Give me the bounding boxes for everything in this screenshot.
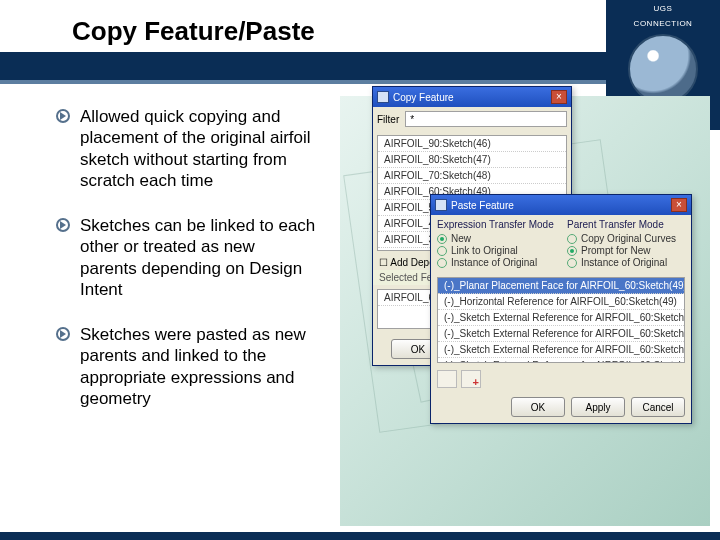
list-item[interactable]: AIRFOIL_80:Sketch(47): [378, 152, 566, 168]
radio-par-copy[interactable]: Copy Original Curves: [567, 233, 685, 244]
reference-list[interactable]: (-)_Planar Placement Face for AIRFOIL_60…: [437, 277, 685, 363]
list-item[interactable]: (-)_Sketch External Reference for AIRFOI…: [438, 326, 684, 342]
radio-label: New: [451, 233, 471, 244]
close-icon[interactable]: ×: [671, 198, 687, 212]
bullet-item: Sketches can be linked to each other or …: [56, 215, 316, 300]
list-item[interactable]: (-)_Horizontal Reference for AIRFOIL_60:…: [438, 294, 684, 310]
bullet-text: Sketches were pasted as new parents and …: [80, 324, 316, 409]
radio-exp-instance[interactable]: Instance of Original: [437, 257, 555, 268]
bullet-icon: [56, 218, 70, 232]
apply-button[interactable]: Apply: [571, 397, 625, 417]
radio-icon: [437, 258, 447, 268]
radio-par-instance[interactable]: Instance of Original: [567, 257, 685, 268]
radio-icon: [567, 246, 577, 256]
list-item[interactable]: (-)_Sketch External Reference for AIRFOI…: [438, 358, 684, 363]
bullet-item: Sketches were pasted as new parents and …: [56, 324, 316, 409]
bullet-text: Allowed quick copying and placement of t…: [80, 106, 316, 191]
expression-mode-col: Expression Transfer Mode New Link to Ori…: [431, 215, 561, 273]
radio-exp-link[interactable]: Link to Original: [437, 245, 555, 256]
dialog-icon: [435, 199, 447, 211]
cancel-button[interactable]: Cancel: [631, 397, 685, 417]
filter-row: Filter: [373, 107, 571, 131]
radio-icon: [567, 258, 577, 268]
logo-line1: UGS: [654, 4, 673, 13]
page-title: Copy Feature/Paste: [72, 16, 315, 47]
close-icon[interactable]: ×: [551, 90, 567, 104]
list-item[interactable]: (-)_Sketch External Reference for AIRFOI…: [438, 342, 684, 358]
expression-mode-label: Expression Transfer Mode: [437, 219, 555, 230]
radio-par-prompt[interactable]: Prompt for New: [567, 245, 685, 256]
radio-label: Copy Original Curves: [581, 233, 676, 244]
radio-label: Instance of Original: [581, 257, 667, 268]
radio-label: Prompt for New: [581, 245, 650, 256]
footer-bar: [0, 532, 720, 540]
bullet-icon: [56, 109, 70, 123]
bullet-list: Allowed quick copying and placement of t…: [56, 106, 316, 409]
list-item[interactable]: (-)_Planar Placement Face for AIRFOIL_60…: [438, 278, 684, 294]
bullet-item: Allowed quick copying and placement of t…: [56, 106, 316, 191]
dialog-title: Copy Feature: [393, 92, 547, 103]
bullet-icon: [56, 327, 70, 341]
list-item[interactable]: AIRFOIL_70:Sketch(48): [378, 168, 566, 184]
filter-input[interactable]: [405, 111, 567, 127]
slide: Copy Feature/Paste UGS CONNECTION AMERIC…: [0, 0, 720, 540]
globe-icon: [628, 34, 698, 104]
list-item[interactable]: AIRFOIL_90:Sketch(46): [378, 136, 566, 152]
tool-icon[interactable]: [437, 370, 457, 388]
filter-label: Filter: [377, 114, 399, 125]
radio-label: Link to Original: [451, 245, 518, 256]
titlebar[interactable]: Paste Feature ×: [431, 195, 691, 215]
radio-exp-new[interactable]: New: [437, 233, 555, 244]
list-item[interactable]: (-)_Sketch External Reference for AIRFOI…: [438, 310, 684, 326]
mode-grid: Expression Transfer Mode New Link to Ori…: [431, 215, 691, 273]
dialog-icon: [377, 91, 389, 103]
parent-mode-label: Parent Transfer Mode: [567, 219, 685, 230]
paste-feature-dialog: Paste Feature × Expression Transfer Mode…: [430, 194, 692, 424]
radio-icon: [437, 234, 447, 244]
titlebar[interactable]: Copy Feature ×: [373, 87, 571, 107]
parent-mode-col: Parent Transfer Mode Copy Original Curve…: [561, 215, 691, 273]
logo-line2: CONNECTION: [634, 19, 693, 28]
button-bar: OK Apply Cancel: [431, 391, 691, 423]
ok-button[interactable]: OK: [511, 397, 565, 417]
tool-add-icon[interactable]: [461, 370, 481, 388]
radio-icon: [437, 246, 447, 256]
dialog-title: Paste Feature: [451, 200, 667, 211]
radio-label: Instance of Original: [451, 257, 537, 268]
title-area: Copy Feature/Paste: [72, 16, 315, 47]
paste-body: Expression Transfer Mode New Link to Ori…: [431, 215, 691, 423]
radio-icon: [567, 234, 577, 244]
bullet-text: Sketches can be linked to each other or …: [80, 215, 316, 300]
mini-toolbar: [431, 367, 691, 391]
